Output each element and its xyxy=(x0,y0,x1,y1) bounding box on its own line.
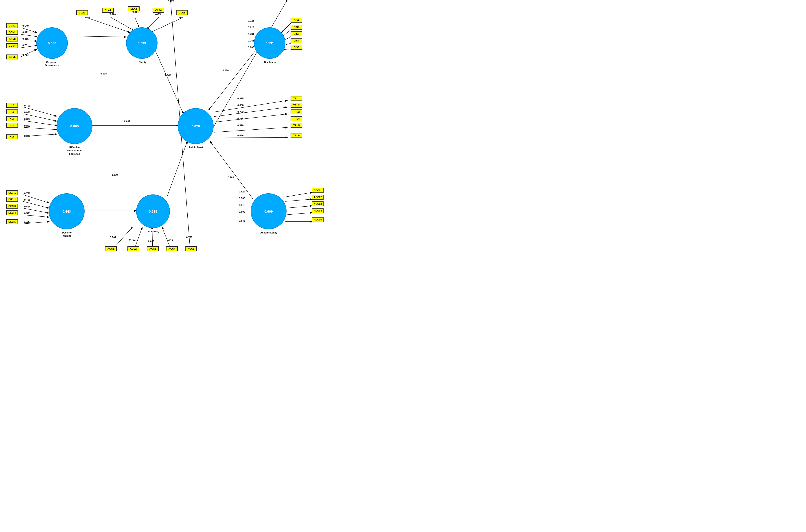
cla1-loading: 0.687 xyxy=(85,16,92,19)
dis1-loading: 0.723 xyxy=(248,19,254,22)
deci4-loading: 0.521 xyxy=(24,212,31,215)
tru5-loading: 0.818 xyxy=(238,124,244,127)
tru2-loading: 0.858 xyxy=(238,104,244,107)
svg-line-8 xyxy=(135,17,139,27)
tru1-box: TRU1 xyxy=(290,96,302,101)
dm-value: 0.443 xyxy=(62,209,71,213)
acc05-box: ACC05 xyxy=(312,217,323,222)
acc02-loading: 0.588 xyxy=(239,197,245,200)
gov2-box: GOV2 xyxy=(6,30,18,35)
acc-pt-path: 0.270 xyxy=(168,0,174,3)
gov1-loading: 0.640 xyxy=(22,24,29,27)
deci5-loading: 0.644 xyxy=(24,221,31,224)
acc5-loading: 0.797 xyxy=(186,236,192,239)
svg-line-30 xyxy=(23,215,49,217)
svg-line-2 xyxy=(21,34,37,37)
dis3-box: DIS3 xyxy=(290,32,302,36)
gov3-loading: 0.815 xyxy=(22,37,29,40)
gov1-box: GOV1 xyxy=(6,23,18,28)
svg-line-38 xyxy=(285,199,312,202)
dm-label: DecisionMaking xyxy=(50,231,85,238)
acc04-box: ACC04 xyxy=(312,208,323,213)
svg-line-22 xyxy=(213,107,287,117)
accountability-circle: 0.609 xyxy=(251,193,286,229)
deci4-box: DECI4 xyxy=(6,210,18,215)
tru5-box: TRU5 xyxy=(290,123,302,128)
svg-line-44 xyxy=(209,52,255,110)
svg-line-47 xyxy=(167,141,187,196)
svg-line-25 xyxy=(213,127,287,132)
ehl-circle: 0.660 xyxy=(57,108,92,144)
gov5-loading: 0.713 xyxy=(22,53,29,56)
svg-line-26 xyxy=(213,137,287,138)
acct-label: Accountability xyxy=(249,231,289,234)
dis3-loading: 0.731 xyxy=(248,33,254,35)
acc01-loading: 0.829 xyxy=(239,190,245,193)
acct-pt-path: 0.282 xyxy=(228,176,234,179)
svg-line-39 xyxy=(285,206,312,208)
clarity-pt-path: 0.272 xyxy=(165,74,171,76)
tru4-loading: 0.786 xyxy=(238,117,244,120)
hl3-box: HL3 xyxy=(6,116,18,121)
tru4-box: TRU4 xyxy=(290,116,302,121)
deci3-box: DECI3 xyxy=(6,204,18,209)
cla5-box: CLA5 xyxy=(176,10,188,15)
dis1-box: DIS1 xyxy=(290,18,302,23)
tru3-box: TRU3 xyxy=(290,110,302,114)
hl1-box: HL1 xyxy=(6,103,18,108)
svg-line-21 xyxy=(213,100,287,112)
svg-line-19 xyxy=(24,127,57,130)
tru2-box: TRU2 xyxy=(290,103,302,108)
acc03-box: ACC03 xyxy=(312,202,323,206)
svg-line-40 xyxy=(285,213,312,215)
hl2-box: HL2 xyxy=(6,110,18,114)
deci1-loading: 0.742 xyxy=(24,192,31,195)
acc4-loading: 0.741 xyxy=(167,239,173,241)
ehl-label: EffectiveHumanitarianLogistics xyxy=(56,146,93,155)
clarity-circle: 0.599 xyxy=(126,27,157,59)
acc1-box: ACC1 xyxy=(105,246,117,251)
svg-line-7 xyxy=(110,17,133,30)
svg-line-9 xyxy=(147,17,159,29)
acc-label: Accuracy xyxy=(139,230,168,233)
acc3-loading: 0.655 xyxy=(148,240,154,243)
ehl-pt-path: 0.697 xyxy=(124,120,130,123)
cg-clarity-path: 0.114 xyxy=(100,72,107,75)
acc5-box: ACC5 xyxy=(185,246,197,251)
hl3-loading: 0.867 xyxy=(24,118,31,120)
disclosure-circle: 0.531 xyxy=(254,27,285,59)
dis-label: Disclosure xyxy=(257,60,284,64)
hl5-box: HL5 xyxy=(6,134,18,139)
svg-line-37 xyxy=(285,192,312,197)
cg-value: 0.558 xyxy=(48,41,56,45)
gov2-loading: 0.822 xyxy=(22,31,29,34)
hl4-box: HL4 xyxy=(6,123,18,128)
svg-line-42 xyxy=(67,36,126,37)
accuracy-circle: 0.539 xyxy=(136,194,170,228)
dis5-loading: 0.806 xyxy=(248,46,254,49)
ehl-value: 0.660 xyxy=(70,124,79,128)
svg-line-10 xyxy=(150,18,182,33)
cla4-loading: 0.799 xyxy=(155,12,161,15)
dis4-box: DIS4 xyxy=(290,38,302,43)
cla1-box: CLA1 xyxy=(76,10,88,15)
acc2-box: ACC2 xyxy=(128,246,139,251)
pt-label: Public Trust xyxy=(181,146,210,149)
dm-circle: 0.443 xyxy=(49,193,85,229)
tru6-box: TRU6 xyxy=(290,133,302,138)
hl2-loading: 0.832 xyxy=(24,111,31,114)
svg-line-48 xyxy=(210,141,253,199)
dis-pt-path: -0.056 xyxy=(222,69,229,72)
deci3-loading: 0.694 xyxy=(24,205,31,208)
acct-value: 0.609 xyxy=(264,209,273,213)
gov5-box: GOV5 xyxy=(6,55,18,59)
gov4-loading: 0.731 xyxy=(22,44,29,46)
deci1-box: DECI1 xyxy=(6,190,18,195)
svg-line-11 xyxy=(282,23,291,33)
cla5-loading: 0.707 xyxy=(177,16,183,19)
dis-value: 0.531 xyxy=(265,41,274,45)
dis4-loading: 0.748 xyxy=(248,39,254,42)
cla4-box: CLA4 xyxy=(153,8,164,13)
hl1-loading: 0.700 xyxy=(24,104,31,107)
gov4-box: GOV4 xyxy=(6,43,18,48)
